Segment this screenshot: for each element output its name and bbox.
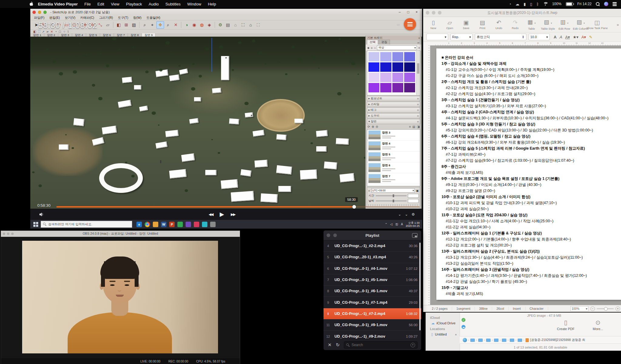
paint-sample-icon[interactable]: ◗ bbox=[418, 46, 420, 49]
update-scene-icon[interactable]: ⟳ bbox=[368, 125, 370, 128]
minimize-dot[interactable] bbox=[7, 233, 9, 235]
sketchup-tool-icon[interactable]: ▤ bbox=[224, 22, 231, 28]
taskbar-app-icon[interactable] bbox=[202, 222, 207, 227]
sketchup-menu-2[interactable]: 편집(E) bbox=[49, 16, 60, 20]
playlist-row[interactable]: 11 UD_CG-Progr...0-1)_#9-1.mov 56:00 bbox=[324, 319, 421, 331]
sketchup-menu-1[interactable]: 파일(F) bbox=[34, 16, 44, 20]
window-button[interactable]: – bbox=[395, 10, 404, 14]
sketchup-viewport[interactable] bbox=[30, 37, 422, 209]
color-swatch[interactable] bbox=[404, 52, 415, 61]
sidebar-item-icloud-drive[interactable]: ☁ iCloud Drive bbox=[426, 320, 460, 326]
color-swatch[interactable] bbox=[368, 73, 379, 82]
taskbar-clock[interactable]: 오후 1:30 2020-04-25 bbox=[406, 221, 420, 227]
sketchup-title-bar[interactable]: - SketchUp 프로 2020 (평가판 2일 남음) –□× bbox=[30, 9, 422, 15]
hwp-print-button[interactable]: ▤ Print bbox=[474, 20, 491, 30]
zoom-dropdown[interactable]: 100%▾ bbox=[570, 306, 589, 311]
color-swatch[interactable] bbox=[380, 62, 391, 72]
color-swatch[interactable] bbox=[380, 52, 391, 61]
scene-details-icon[interactable]: ◨ bbox=[417, 125, 420, 128]
sketchup-tool-icon[interactable]: ⌂ bbox=[247, 22, 254, 28]
sketchup-small-tool-icon[interactable]: ◔ bbox=[55, 30, 57, 33]
previous-track-icon[interactable]: ◀◀ bbox=[209, 212, 213, 217]
taskbar-app-icon[interactable] bbox=[186, 222, 191, 227]
close-traffic-light[interactable] bbox=[32, 11, 36, 14]
remove-scene-icon[interactable]: ⊖ bbox=[376, 125, 378, 128]
path-folder-icon[interactable] bbox=[518, 339, 522, 342]
playlist-row[interactable]: ‖ UD_CG-Progr...-1)_#7-2.mp4 1:08:32 bbox=[324, 308, 421, 319]
hwp-table-style-button[interactable]: ▧ ▾ Table Style bbox=[540, 19, 556, 30]
tray-panel-4[interactable]: ▸ 도우미≡ bbox=[367, 113, 420, 118]
menu-clock[interactable]: Fri 14:22 bbox=[577, 2, 592, 6]
play-pause-icon[interactable]: ▶ bbox=[220, 211, 224, 218]
highlight-button[interactable]: ✎ bbox=[589, 35, 592, 39]
playlist-title-bar[interactable]: Playlist bbox=[324, 230, 421, 240]
sketchup-small-tool-icon[interactable]: ☖ bbox=[59, 30, 61, 33]
swatch-scrollbar[interactable] bbox=[416, 51, 420, 95]
sketchup-tool-icon[interactable]: ◑ bbox=[183, 22, 190, 28]
sketchup-tool-icon[interactable]: ◉ bbox=[191, 22, 198, 28]
sidebar-item-untitled[interactable]: ▯ Untitled▲ bbox=[426, 331, 460, 337]
sketchup-small-tool-icon[interactable]: ✕ bbox=[51, 30, 53, 33]
windows-search-box[interactable]: 검색하려면 여기에 입력하세요. bbox=[41, 221, 132, 228]
sketchup-small-tool-icon[interactable]: ➚ bbox=[42, 30, 44, 33]
obs-title-bar[interactable]: OBS 24.0.8 (mac) - 프로파일: Untitled - 장면: … bbox=[1, 231, 240, 237]
tray-panel-5[interactable]: ▾ 장면≡ bbox=[367, 119, 420, 124]
taskbar-app-icon[interactable] bbox=[145, 222, 150, 227]
menu-item-playback[interactable]: Playback bbox=[126, 2, 142, 6]
menu-item-file[interactable]: File bbox=[84, 2, 91, 6]
menu-item-window[interactable]: Window bbox=[187, 2, 201, 6]
window-controls[interactable]: –□× bbox=[395, 9, 421, 15]
sketchup-small-tool-icon[interactable]: ⁘ bbox=[63, 30, 65, 33]
bluetooth-icon[interactable]: ᛒ bbox=[536, 2, 539, 6]
menu-item-audio[interactable]: Audio bbox=[149, 2, 159, 6]
cloud-icon[interactable]: ☁ bbox=[515, 2, 519, 6]
webcam-preview[interactable] bbox=[22, 241, 218, 353]
outline-button[interactable]: ★▾ bbox=[573, 35, 578, 39]
color-swatch[interactable] bbox=[380, 73, 391, 82]
settings-gear-icon[interactable]: ⚙ bbox=[411, 212, 415, 217]
tray-panel-3[interactable]: ▸ 태그≡ bbox=[367, 108, 420, 113]
window-button[interactable]: × bbox=[412, 10, 421, 14]
color-swatch[interactable] bbox=[404, 73, 415, 82]
playlist-row[interactable]: 7 UD_CG-Progr...0-1)_#5-1.mov 1:06:06 bbox=[324, 274, 421, 286]
path-folder-icon[interactable] bbox=[470, 339, 475, 342]
minimize-traffic-light[interactable] bbox=[38, 11, 41, 14]
taskbar-app-icon[interactable]: P bbox=[169, 222, 175, 227]
playlist-row[interactable]: 9 UD_CG-Progr...0-1)_#7-1.mp4 29:03 bbox=[324, 297, 421, 308]
bold-button[interactable]: A bbox=[554, 35, 556, 39]
shadow-toggle-icon[interactable]: ◐ bbox=[368, 189, 370, 192]
forward-icon[interactable]: ◈ bbox=[371, 46, 373, 49]
scene-list-item[interactable]: 장면 4 bbox=[367, 141, 420, 151]
scene-options-icon[interactable]: ≡ bbox=[409, 125, 411, 128]
playlist-row[interactable]: 4 UD_CG-Progr...-1)_#2-2.mp4 30:36 bbox=[324, 240, 421, 252]
sketchup-menu-7[interactable]: 창(W) bbox=[133, 16, 141, 20]
apple-menu-icon[interactable] bbox=[29, 2, 34, 7]
sketchup-menu-8[interactable]: 도움말(H) bbox=[146, 16, 160, 20]
sketchup-tool-icon[interactable]: ✥ bbox=[156, 21, 164, 29]
color-swatch[interactable] bbox=[380, 83, 391, 92]
sketchup-small-tool-icon[interactable]: ▰ bbox=[46, 30, 49, 33]
shadow-settings-icon[interactable]: ▣ bbox=[416, 189, 419, 192]
pip-icon[interactable] bbox=[412, 233, 418, 238]
finder-path-bar[interactable]: ››››››››[권형준-21925998]21925998 권형준 최 bbox=[460, 336, 621, 344]
zoom-dot[interactable] bbox=[11, 233, 14, 235]
taskbar-app-icon[interactable] bbox=[177, 222, 183, 227]
scene-list-item[interactable]: 장면 7 bbox=[367, 173, 420, 184]
color-swatch[interactable] bbox=[404, 62, 415, 72]
tab-edit[interactable]: 편집 bbox=[379, 40, 390, 45]
loop-status-icon[interactable]: ◔ bbox=[509, 2, 511, 6]
playlist-search-input[interactable]: Search ▾ bbox=[344, 341, 418, 349]
scene-view-icon[interactable]: ▤ bbox=[412, 125, 415, 128]
hwp-show-task-pane-button[interactable]: ◫ Show Task Pane bbox=[589, 20, 605, 30]
color-collection-dropdown[interactable]: 색상▾ bbox=[377, 45, 417, 50]
color-swatch[interactable] bbox=[368, 83, 379, 92]
timezone-dropdown[interactable]: UTC+09:00▾ bbox=[371, 188, 415, 193]
ime-korean[interactable]: 한 bbox=[395, 222, 398, 227]
tray-panel-1[interactable]: ▸ 컴포넌트≡ bbox=[367, 96, 420, 101]
sketchup-menu-4[interactable]: 카메라(C) bbox=[80, 16, 94, 20]
notification-center-icon[interactable] bbox=[613, 2, 617, 6]
sketchup-tool-icon[interactable]: ⌂ bbox=[232, 22, 239, 28]
hwp-table-button[interactable]: ▦ ▾ Table bbox=[523, 19, 540, 30]
menu-item-subtitles[interactable]: Subtitles bbox=[166, 2, 181, 6]
sketchup-small-tool-icon[interactable]: ⌇ bbox=[67, 30, 69, 33]
